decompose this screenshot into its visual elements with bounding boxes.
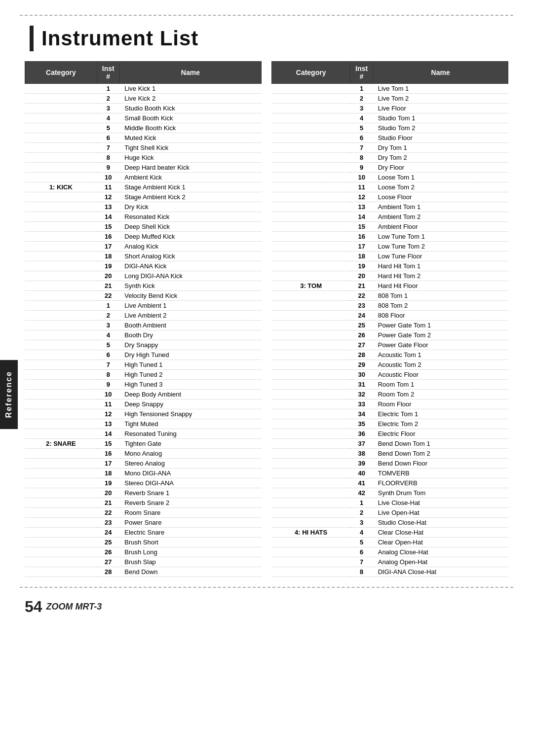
table-row: 10Loose Tom 1 [272, 173, 508, 182]
inst-cell: 5 [97, 340, 119, 350]
category-cell [272, 192, 350, 202]
right-header-inst: Inst # [350, 62, 373, 84]
bottom-border [20, 587, 513, 588]
name-cell: Live Tom 2 [373, 94, 508, 104]
category-cell [25, 143, 97, 153]
reference-tab: Reference [0, 360, 18, 429]
inst-cell: 13 [97, 202, 119, 212]
name-cell: Power Gate Tom 2 [373, 330, 508, 340]
category-cell [272, 449, 350, 459]
name-cell: DIGI-ANA Kick [119, 261, 261, 271]
inst-cell: 23 [97, 518, 119, 528]
category-cell [25, 390, 97, 399]
name-cell: Hard Hit Tom 2 [373, 271, 508, 281]
table-row: 20Long DIGI-ANA Kick [25, 271, 262, 281]
name-cell: Bend Down [119, 567, 261, 577]
table-row: 1: KICK11Stage Ambient Kick 1 [25, 182, 262, 192]
inst-cell: 9 [97, 163, 119, 173]
name-cell: Live Ambient 1 [119, 301, 261, 311]
footer-number: 54 [25, 598, 42, 616]
inst-cell: 17 [97, 459, 119, 468]
inst-cell: 1 [97, 84, 119, 94]
category-cell [272, 271, 350, 281]
name-cell: Analog Open-Hat [373, 557, 508, 567]
name-cell: Live Floor [373, 104, 508, 113]
name-cell: Booth Ambient [119, 321, 261, 330]
table-row: 2Live Kick 2 [25, 94, 262, 104]
table-row: 4Booth Dry [25, 330, 262, 340]
inst-cell: 14 [97, 429, 119, 439]
name-cell: Live Ambient 2 [119, 311, 261, 321]
category-cell [272, 439, 350, 449]
category-cell [272, 399, 350, 409]
table-row: 34Electric Tom 1 [272, 409, 508, 419]
category-cell [272, 104, 350, 113]
category-cell [25, 301, 97, 311]
name-cell: Brush Long [119, 547, 261, 557]
category-cell [25, 271, 97, 281]
category-cell [272, 222, 350, 232]
name-cell: Dry High Tuned [119, 350, 261, 360]
inst-cell: 4 [97, 330, 119, 340]
table-row: 20Reverb Snare 1 [25, 488, 262, 498]
name-cell: Ambient Tom 2 [373, 212, 508, 222]
table-row: 10Deep Body Ambient [25, 390, 262, 399]
category-cell [272, 232, 350, 242]
name-cell: Tight Muted [119, 419, 261, 429]
name-cell: Low Tune Floor [373, 252, 508, 261]
category-cell: 4: HI HATS [272, 528, 350, 538]
name-cell: Studio Tom 2 [373, 123, 508, 133]
name-cell: Electric Tom 2 [373, 419, 508, 429]
category-cell: 1: KICK [25, 182, 97, 192]
inst-cell: 8 [97, 153, 119, 163]
title-accent [30, 26, 34, 51]
name-cell: Ambient Tom 1 [373, 202, 508, 212]
name-cell: Reverb Snare 2 [119, 498, 261, 508]
inst-cell: 30 [350, 370, 373, 380]
category-cell [272, 94, 350, 104]
inst-cell: 13 [97, 419, 119, 429]
name-cell: Tighten Gate [119, 439, 261, 449]
inst-cell: 5 [350, 538, 373, 547]
inst-cell: 19 [350, 261, 373, 271]
name-cell: Brush Short [119, 538, 261, 547]
category-cell [25, 488, 97, 498]
table-row: 7Tight Shell Kick [25, 143, 262, 153]
inst-cell: 20 [97, 488, 119, 498]
category-cell [25, 153, 97, 163]
inst-cell: 14 [97, 212, 119, 222]
name-cell: Tight Shell Kick [119, 143, 261, 153]
name-cell: Synth Kick [119, 281, 261, 291]
right-table: Category Inst # Name 1Live Tom 12Live To… [271, 61, 508, 577]
category-cell [272, 182, 350, 192]
inst-cell: 39 [350, 459, 373, 468]
name-cell: Deep Snappy [119, 399, 261, 409]
name-cell: Acoustic Floor [373, 370, 508, 380]
name-cell: Acoustic Tom 1 [373, 350, 508, 360]
category-cell [272, 478, 350, 488]
page-container: Reference Instrument List Category Inst … [0, 15, 533, 756]
table-row: 39Bend Down Floor [272, 459, 508, 468]
inst-cell: 23 [350, 301, 373, 311]
category-cell [25, 192, 97, 202]
category-cell [272, 419, 350, 429]
name-cell: Electric Floor [373, 429, 508, 439]
table-row: 22Velocity Bend Kick [25, 291, 262, 301]
table-row: 26Power Gate Tom 2 [272, 330, 508, 340]
category-cell [272, 123, 350, 133]
name-cell: Middle Booth Kick [119, 123, 261, 133]
table-row: 3Studio Booth Kick [25, 104, 262, 113]
inst-cell: 31 [350, 380, 373, 390]
inst-cell: 20 [350, 271, 373, 281]
inst-cell: 34 [350, 409, 373, 419]
table-row: 11Deep Snappy [25, 399, 262, 409]
name-cell: Synth Drum Tom [373, 488, 508, 498]
name-cell: Long DIGI-ANA Kick [119, 271, 261, 281]
category-cell [25, 459, 97, 468]
category-cell [25, 380, 97, 390]
name-cell: Resonated Kick [119, 212, 261, 222]
table-row: 3Live Floor [272, 104, 508, 113]
table-row: 22Room Snare [25, 508, 262, 518]
inst-cell: 18 [97, 252, 119, 261]
category-cell [25, 252, 97, 261]
